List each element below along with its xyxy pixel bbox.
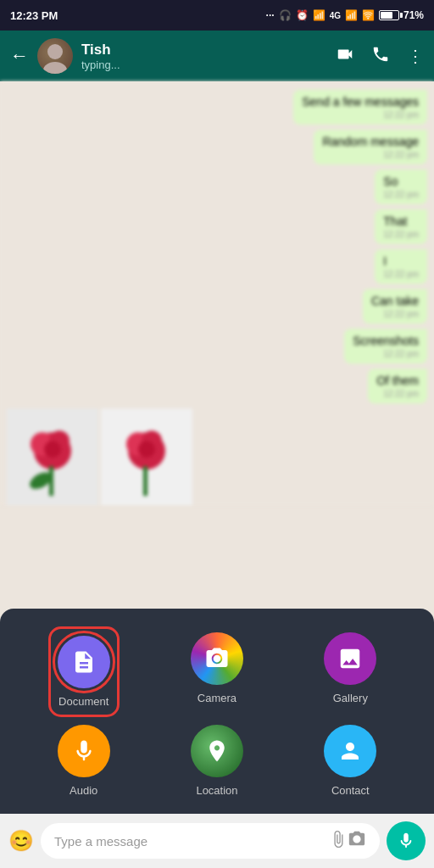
svg-point-24 bbox=[214, 655, 221, 663]
gallery-label: Gallery bbox=[333, 692, 368, 704]
message-placeholder: Type a message bbox=[54, 834, 329, 849]
mic-button[interactable] bbox=[387, 821, 426, 860]
location-icon-circle bbox=[191, 725, 243, 777]
contact-label: Contact bbox=[331, 784, 370, 797]
svg-point-0 bbox=[47, 44, 63, 59]
message-row: That12:22 pm bbox=[7, 209, 427, 248]
image-grid: Hi 12:22 pm bbox=[7, 409, 193, 505]
audio-label: Audio bbox=[70, 784, 97, 797]
attach-item-document[interactable]: Document bbox=[54, 632, 114, 711]
camera-input-button[interactable] bbox=[348, 830, 366, 853]
message-row: Of them12:22 pm bbox=[7, 369, 427, 407]
status-icons: ··· 🎧 ⏰ 📶 4G 📶 🛜 71% bbox=[266, 9, 424, 21]
attach-item-camera[interactable]: Camera bbox=[191, 632, 243, 711]
video-call-button[interactable] bbox=[336, 45, 354, 68]
svg-point-6 bbox=[44, 441, 61, 458]
chat-area: Send a few messages12:22 pm Random messa… bbox=[0, 81, 434, 505]
message-row: Screenshots12:22 pm bbox=[7, 329, 427, 367]
chat-header: ← Tish typing... ⋮ bbox=[0, 31, 434, 81]
gallery-icon-circle bbox=[324, 632, 376, 685]
contact-status: typing... bbox=[81, 58, 327, 71]
document-label: Document bbox=[58, 695, 108, 708]
call-button[interactable] bbox=[371, 45, 390, 68]
camera-icon-circle bbox=[191, 632, 243, 685]
header-actions: ⋮ bbox=[336, 45, 424, 68]
svg-rect-14 bbox=[143, 466, 147, 496]
camera-label: Camera bbox=[198, 692, 236, 704]
emoji-button[interactable]: 😊 bbox=[8, 829, 34, 853]
attachment-button[interactable] bbox=[329, 830, 348, 853]
message-row: So12:22 pm bbox=[7, 170, 427, 208]
message-row: I12:22 pm bbox=[7, 249, 427, 287]
attachment-panel: Document Camera Gallery bbox=[0, 609, 434, 814]
message-row: Send a few messages12:22 pm bbox=[7, 90, 427, 128]
location-label: Location bbox=[196, 784, 237, 797]
contact-icon-circle bbox=[324, 725, 376, 777]
contact-info[interactable]: Tish typing... bbox=[81, 42, 327, 71]
attach-item-location[interactable]: Location bbox=[191, 725, 243, 797]
more-options-button[interactable]: ⋮ bbox=[407, 46, 424, 66]
message-input-wrapper[interactable]: Type a message bbox=[41, 823, 380, 859]
battery-icon bbox=[379, 10, 399, 20]
status-time: 12:23 PM bbox=[10, 9, 58, 22]
attach-item-gallery[interactable]: Gallery bbox=[324, 632, 376, 711]
status-bar: 12:23 PM ··· 🎧 ⏰ 📶 4G 📶 🛜 71% bbox=[0, 0, 434, 31]
svg-point-1 bbox=[43, 62, 67, 74]
contact-name: Tish bbox=[81, 42, 327, 58]
svg-point-13 bbox=[138, 441, 155, 458]
attach-grid: Document Camera Gallery bbox=[20, 632, 414, 797]
back-button[interactable]: ← bbox=[10, 45, 29, 67]
avatar[interactable] bbox=[37, 38, 73, 74]
document-icon-circle bbox=[58, 636, 110, 688]
bottom-bar: 😊 Type a message bbox=[0, 814, 434, 868]
message-row: Random message12:22 pm bbox=[7, 130, 427, 168]
attach-item-contact[interactable]: Contact bbox=[324, 725, 376, 797]
message-row: Can take12:22 pm bbox=[7, 289, 427, 327]
attach-item-audio[interactable]: Audio bbox=[58, 725, 110, 797]
audio-icon-circle bbox=[58, 725, 110, 777]
